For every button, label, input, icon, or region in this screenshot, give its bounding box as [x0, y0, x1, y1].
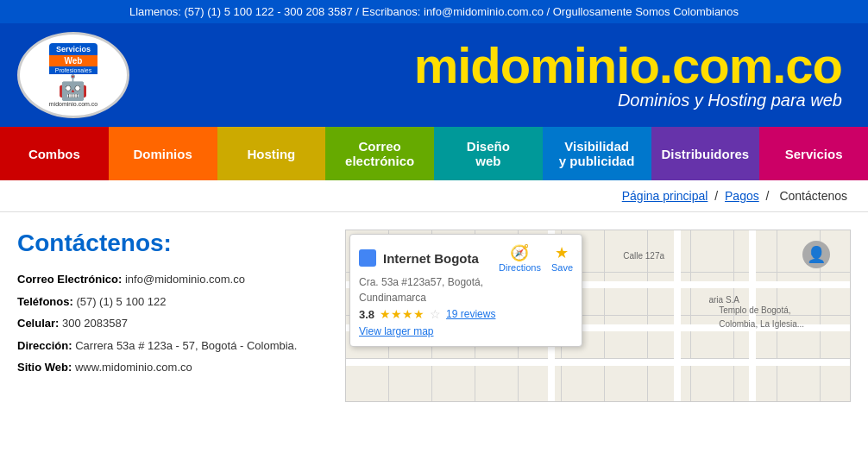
contact-title: Contáctenos:	[17, 230, 328, 257]
nav-combos[interactable]: Combos	[0, 127, 109, 180]
contact-section: Contáctenos: Correo Electrónico: info@mi…	[17, 230, 328, 402]
stars-filled: ★★★★	[380, 307, 425, 321]
contact-email-line: Correo Electrónico: info@midominio.com.c…	[17, 271, 328, 288]
map-reviews-link[interactable]: 19 reviews	[446, 308, 495, 320]
contact-website-label: Sitio Web:	[17, 361, 72, 374]
contact-website-line: Sitio Web: www.midominio.com.co	[17, 359, 328, 376]
logo-web-text: Web	[49, 55, 97, 66]
map-road-h3	[346, 359, 850, 366]
map-road-v3	[749, 230, 756, 401]
contact-address-label: Dirección:	[17, 339, 72, 352]
map-popup: Internet Bogota 🧭 Directions ★ Save Cra.…	[349, 234, 582, 347]
nav-visibilidad[interactable]: Visibilidady publicidad	[543, 127, 651, 180]
map-user-avatar: 👤	[802, 241, 830, 268]
map-popup-actions: 🧭 Directions ★ Save	[499, 243, 573, 273]
breadcrumb-home[interactable]: Página principal	[622, 189, 708, 203]
breadcrumb-sep2: /	[766, 189, 770, 203]
contact-email-value: info@midominio.com.co	[125, 273, 245, 286]
contact-mobile-label: Celular:	[17, 317, 59, 330]
main-nav: Combos Dominios Hosting Correoelectrónic…	[0, 127, 868, 180]
map-road-v2	[674, 230, 681, 401]
brand-area: midominio.com.co Dominios y Hosting para…	[155, 41, 851, 110]
directions-label: Directions	[499, 262, 541, 273]
contact-address-value: Carrera 53a # 123a - 57, Bogotá - Colomb…	[75, 339, 297, 352]
map-popup-title: Internet Bogota	[383, 251, 499, 266]
breadcrumb-pagos[interactable]: Pagos	[725, 189, 759, 203]
map-label-aria: aria S.A	[708, 295, 739, 305]
map-popup-header: Internet Bogota 🧭 Directions ★ Save	[359, 243, 573, 273]
contact-phone-label: Teléfonos:	[17, 295, 73, 308]
map-directions-button[interactable]: 🧭 Directions	[499, 243, 541, 273]
view-larger-map-link[interactable]: View larger map	[359, 325, 433, 337]
nav-distribuidores[interactable]: Distribuidores	[651, 127, 760, 180]
top-bar-text: Llamenos: (57) (1) 5 100 122 - 300 208 3…	[129, 5, 739, 18]
nav-dominios[interactable]: Dominios	[109, 127, 217, 180]
breadcrumb: Página principal / Pagos / Contáctenos	[0, 180, 868, 212]
map-place-icon	[359, 249, 376, 267]
map-rating-row: 3.8 ★★★★☆ 19 reviews	[359, 307, 573, 321]
nav-hosting[interactable]: Hosting	[217, 127, 326, 180]
contact-mobile-value: 300 2083587	[62, 317, 128, 330]
map-address-line1: Cra. 53a #123a57, Bogotá,	[359, 276, 573, 288]
main-content: Contáctenos: Correo Electrónico: info@mi…	[0, 212, 868, 419]
contact-phone-line: Teléfonos: (57) (1) 5 100 122	[17, 293, 328, 311]
map-address-line2: Cundinamarca	[359, 292, 573, 304]
breadcrumb-sep1: /	[714, 189, 718, 203]
logo-circle: Servicios Web Profesionales 🤖 midominio.…	[17, 32, 129, 118]
save-label: Save	[551, 262, 573, 273]
brand-title: midominio.com.co	[155, 41, 842, 91]
map-label-templo: Templo de Bogotá,	[719, 305, 790, 315]
save-star-icon: ★	[555, 243, 569, 262]
map-save-button[interactable]: ★ Save	[551, 243, 573, 273]
directions-icon: 🧭	[510, 243, 529, 262]
logo-area: Servicios Web Profesionales 🤖 midominio.…	[17, 32, 155, 118]
header: Servicios Web Profesionales 🤖 midominio.…	[0, 23, 868, 127]
contact-website-value: www.midominio.com.co	[75, 361, 192, 374]
robot-icon: 🤖	[49, 76, 97, 100]
stars-empty: ☆	[430, 307, 441, 321]
contact-address-line: Dirección: Carrera 53a # 123a - 57, Bogo…	[17, 337, 328, 355]
contact-phone-value: (57) (1) 5 100 122	[76, 295, 166, 308]
contact-email-label: Correo Electrónico:	[17, 273, 122, 286]
map-label-iglesia: Colombia, La Iglesia...	[719, 319, 804, 329]
logo-url-text: midominio.com.co	[49, 101, 97, 107]
nav-diseno[interactable]: Diseñoweb	[434, 127, 543, 180]
brand-subtitle: Dominios y Hosting para web	[155, 91, 842, 110]
breadcrumb-current: Contáctenos	[779, 189, 847, 203]
logo-servicios-text: Servicios	[49, 43, 97, 56]
nav-servicios[interactable]: Servicios	[759, 127, 868, 180]
map-container: Calle 127a aria S.A Templo de Bogotá, Co…	[345, 230, 851, 402]
map-view-larger-link[interactable]: View larger map	[359, 324, 573, 337]
map-label-calle127a: Calle 127a	[623, 251, 664, 261]
top-bar: Llamenos: (57) (1) 5 100 122 - 300 208 3…	[0, 0, 868, 23]
map-rating-value: 3.8	[359, 308, 374, 321]
contact-mobile-line: Celular: 300 2083587	[17, 315, 328, 332]
nav-correo[interactable]: Correoelectrónico	[325, 127, 434, 180]
